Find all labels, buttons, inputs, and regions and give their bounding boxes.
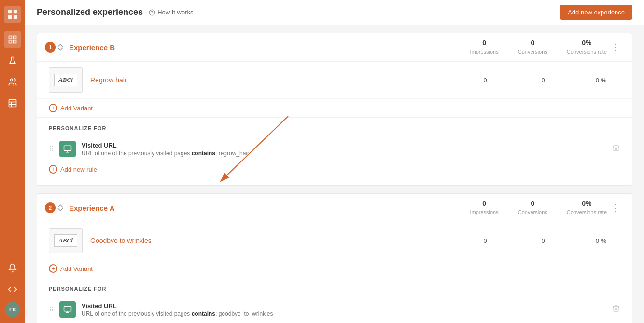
stat-impressions-b: 0 Impressions xyxy=(470,39,498,55)
delete-rule-b-0[interactable] xyxy=(612,144,620,154)
svg-rect-7 xyxy=(14,40,16,43)
experience-card-a: 2 Experience A 0 Impressions xyxy=(37,193,632,323)
delete-rule-a-0[interactable] xyxy=(612,304,620,315)
add-variant-row-b: + Add Variant xyxy=(37,99,632,118)
add-experience-button[interactable]: Add new experience xyxy=(560,5,632,20)
stat-conversions-b: 0 Conversions xyxy=(518,39,547,55)
variant-rate-a-0: 0 % xyxy=(582,237,620,244)
svg-rect-6 xyxy=(9,40,12,43)
sidebar-item-bell[interactable] xyxy=(4,259,21,277)
rule-row-a-0: ⠿ Visited URL URL of one of the pre xyxy=(49,297,620,322)
experience-body-b: ABCl Regrow hair 0 0 0 % + Add Variant xyxy=(37,62,632,185)
stat-rate-b: 0% Conversions rate xyxy=(567,39,607,55)
svg-rect-2 xyxy=(8,15,12,19)
more-menu-a[interactable]: ⋮ xyxy=(607,201,624,215)
rule-desc-a-0: URL of one of the previously visited pag… xyxy=(82,310,606,317)
sidebar-item-flask[interactable] xyxy=(4,52,21,69)
add-variant-link-b[interactable]: + Add Variant xyxy=(49,104,620,112)
svg-rect-0 xyxy=(8,10,12,13)
svg-rect-9 xyxy=(9,100,16,107)
drag-handle-a-0[interactable]: ⠿ xyxy=(49,306,54,313)
avatar[interactable]: FS xyxy=(5,302,20,317)
variant-thumbnail-text-b-0: ABCl xyxy=(54,74,77,86)
scroll-area: 1 Experience B 0 Impressions xyxy=(25,25,644,323)
svg-rect-3 xyxy=(14,15,17,19)
variant-conversions-b-0: 0 xyxy=(524,77,562,84)
chevron-group-b[interactable] xyxy=(57,43,63,51)
rule-row-b-0: ⠿ Visited URL URL of one of the pre xyxy=(49,137,620,161)
svg-rect-4 xyxy=(9,36,12,39)
experience-header-b: 1 Experience B 0 Impressions xyxy=(37,33,632,62)
rule-content-a-0: Visited URL URL of one of the previously… xyxy=(82,302,606,317)
help-icon xyxy=(149,9,155,16)
rule-desc-b-0: URL of one of the previously visited pag… xyxy=(82,150,606,157)
chevron-group-a[interactable] xyxy=(57,204,63,212)
visited-url-icon-a-0 xyxy=(63,305,72,314)
more-menu-b[interactable]: ⋮ xyxy=(607,40,624,54)
drag-handle-b-0[interactable]: ⠿ xyxy=(49,145,54,153)
experience-name-a: Experience A xyxy=(69,204,470,212)
variant-row-b-0: ABCl Regrow hair 0 0 0 % xyxy=(37,62,632,99)
variant-impressions-b-0: 0 xyxy=(466,77,504,84)
rule-icon-a-0 xyxy=(59,301,76,318)
how-it-works-link[interactable]: How It works xyxy=(149,9,193,16)
experience-number-a: 2 xyxy=(45,202,56,213)
variant-name-a-0[interactable]: Goodbye to wrinkles xyxy=(90,237,466,244)
experience-header-a: 2 Experience A 0 Impressions xyxy=(37,194,632,222)
page-title: Personalized experiences xyxy=(37,7,143,17)
experience-card-b: 1 Experience B 0 Impressions xyxy=(37,33,632,186)
svg-point-8 xyxy=(10,79,13,81)
add-rule-row-b: + Add new rule xyxy=(49,161,620,177)
rule-title-a-0: Visited URL xyxy=(82,302,606,310)
sidebar-bottom: FS xyxy=(4,259,21,317)
variant-thumbnail-text-a-0: ABCl xyxy=(54,234,77,247)
variant-impressions-a-0: 0 xyxy=(466,237,504,244)
add-rule-icon-b: + xyxy=(49,165,57,174)
experience-body-a: ABCl Goodbye to wrinkles 0 0 0 % + Add V… xyxy=(37,222,632,323)
sidebar-logo[interactable] xyxy=(4,6,21,23)
sidebar: FS xyxy=(0,0,25,323)
chevron-up-icon xyxy=(57,43,63,47)
personalize-section-a: PERSONALIZE FOR ⠿ Visited URL xyxy=(37,278,632,323)
variant-row-a-0: ABCl Goodbye to wrinkles 0 0 0 % xyxy=(37,222,632,259)
personalize-label-b: PERSONALIZE FOR xyxy=(49,125,620,131)
add-variant-icon-a: + xyxy=(49,264,57,273)
add-variant-icon-b: + xyxy=(49,104,57,112)
stat-rate-a: 0% Conversions rate xyxy=(567,200,607,216)
rule-title-b-0: Visited URL xyxy=(82,142,606,149)
chevron-down-icon-a xyxy=(57,208,63,212)
chevron-up-icon-a xyxy=(57,204,63,208)
experience-name-b: Experience B xyxy=(69,43,470,52)
visited-url-icon-b-0 xyxy=(63,145,72,153)
add-variant-row-a: + Add Variant xyxy=(37,259,632,278)
variant-rate-b-0: 0 % xyxy=(582,77,620,84)
header-left: Personalized experiences How It works xyxy=(37,7,194,17)
sidebar-item-users[interactable] xyxy=(4,73,21,91)
header: Personalized experiences How It works Ad… xyxy=(25,0,644,25)
add-rule-link-b[interactable]: + Add new rule xyxy=(49,165,620,174)
experience-stats-b: 0 Impressions 0 Conversions 0% Conversio… xyxy=(470,39,607,55)
stat-conversions-a: 0 Conversions xyxy=(518,200,547,216)
rule-content-b-0: Visited URL URL of one of the previously… xyxy=(82,142,606,157)
variant-conversions-a-0: 0 xyxy=(524,237,562,244)
svg-rect-15 xyxy=(64,146,71,151)
experience-number-b: 1 xyxy=(45,42,56,53)
main-content: Personalized experiences How It works Ad… xyxy=(25,0,644,323)
add-variant-link-a[interactable]: + Add Variant xyxy=(49,264,620,273)
personalize-section-b: PERSONALIZE FOR ⠿ Visited URL xyxy=(37,118,632,185)
rule-icon-b-0 xyxy=(59,141,76,157)
variant-thumbnail-b-0: ABCl xyxy=(49,67,83,93)
stat-impressions-a: 0 Impressions xyxy=(470,200,498,216)
svg-rect-1 xyxy=(14,10,17,13)
experience-stats-a: 0 Impressions 0 Conversions 0% Conversio… xyxy=(470,200,607,216)
variant-stats-a-0: 0 0 0 % xyxy=(466,237,620,244)
personalize-label-a: PERSONALIZE FOR xyxy=(49,286,620,292)
variant-name-b-0[interactable]: Regrow hair xyxy=(90,76,466,84)
sidebar-item-table[interactable] xyxy=(4,94,21,112)
chevron-down-icon xyxy=(57,47,63,51)
sidebar-item-code[interactable] xyxy=(4,281,21,298)
svg-rect-20 xyxy=(64,306,71,311)
variant-stats-b-0: 0 0 0 % xyxy=(466,77,620,84)
sidebar-item-grid[interactable] xyxy=(4,31,21,48)
svg-rect-5 xyxy=(14,36,16,39)
